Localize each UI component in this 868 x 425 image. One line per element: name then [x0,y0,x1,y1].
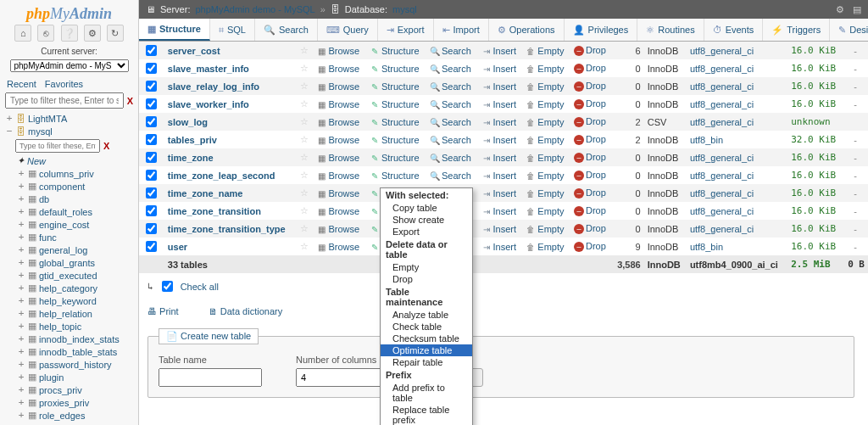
expand-icon[interactable]: + [17,206,25,217]
row-checkbox[interactable] [146,134,157,145]
menu-item[interactable]: Show create [381,214,472,226]
tab-sql[interactable]: ⌗SQL [210,19,255,41]
data-dictionary-link[interactable]: 🗎 Data dictionary [209,306,296,316]
search-action[interactable]: 🔍Search [430,64,471,74]
tab-events[interactable]: ⏱Events [704,19,764,41]
structure-action[interactable]: ✎Structure [370,64,420,74]
check-all-checkbox[interactable] [162,281,173,292]
empty-action[interactable]: 🗑Empty [526,81,564,92]
check-all-label[interactable]: Check all [181,282,219,292]
search-action[interactable]: 🔍Search [430,81,471,92]
drop-action[interactable]: –Drop [574,223,606,233]
structure-action[interactable]: ✎Structure [370,117,420,127]
browse-action[interactable]: ▦Browse [316,224,359,234]
with-selected-menu[interactable]: With selected:Copy tableShow createExpor… [380,187,473,425]
tab-operations[interactable]: ⚙Operations [489,19,565,41]
search-action[interactable]: 🔍Search [430,46,471,56]
menu-item[interactable]: Drop [381,273,472,285]
table-name-link[interactable]: slave_master_info [168,64,249,74]
insert-action[interactable]: ⇥Insert [481,171,517,181]
tab-query[interactable]: ⌨Query [318,19,378,41]
drop-action[interactable]: –Drop [574,170,606,180]
empty-action[interactable]: 🗑Empty [526,117,564,127]
new-table-node[interactable]: ✦ New [2,154,136,167]
favorite-icon[interactable]: ☆ [300,187,309,198]
docs-icon[interactable]: ❔ [61,25,78,42]
expand-icon[interactable]: + [17,295,25,306]
insert-action[interactable]: ⇥Insert [481,64,517,74]
table-name-link[interactable]: time_zone_transition [168,206,261,216]
table-name-link[interactable]: slave_worker_info [168,99,249,109]
drop-action[interactable]: –Drop [574,205,606,215]
search-action[interactable]: 🔍Search [430,153,471,163]
tab-privileges[interactable]: 👤Privileges [565,19,638,41]
tab-triggers[interactable]: ⚡Triggers [763,19,830,41]
table-node[interactable]: +▦ component [2,180,136,193]
table-name-link[interactable]: time_zone_leap_second [168,171,275,181]
row-checkbox[interactable] [146,98,157,109]
empty-action[interactable]: 🗑Empty [526,206,564,216]
empty-action[interactable]: 🗑Empty [526,153,564,163]
row-checkbox[interactable] [146,223,157,234]
page-nav-icon[interactable]: ▤ [853,4,861,15]
tab-structure[interactable]: ▦Structure [139,19,210,41]
table-name-link[interactable]: slow_log [168,117,208,127]
collapse-icon[interactable]: − [5,126,14,137]
table-node[interactable]: +▦ global_grants [2,256,136,269]
browse-action[interactable]: ▦Browse [316,117,359,127]
structure-action[interactable]: ✎Structure [370,171,420,181]
search-action[interactable]: 🔍Search [430,99,471,109]
expand-icon[interactable]: + [17,397,25,408]
settings-icon[interactable]: ⚙ [84,25,101,42]
expand-icon[interactable]: + [17,168,25,179]
favorite-icon[interactable]: ☆ [300,241,309,251]
browse-action[interactable]: ▦Browse [316,81,359,92]
search-action[interactable]: 🔍Search [430,117,471,127]
db-node-open[interactable]: −🗄 mysql [2,125,136,137]
expand-icon[interactable]: + [17,257,25,268]
structure-action[interactable]: ✎Structure [370,99,420,109]
row-checkbox[interactable] [146,187,157,199]
menu-item[interactable]: Analyze table [381,309,472,321]
table-node[interactable]: +▦ help_category [2,282,136,294]
menu-item[interactable]: Add prefix to table [381,382,472,404]
menu-item[interactable]: Replace table prefix [381,404,472,425]
expand-icon[interactable]: + [17,372,25,383]
row-checkbox[interactable] [146,116,157,127]
table-name-link[interactable]: time_zone_name [168,188,243,199]
table-node[interactable]: +▦ procs_priv [2,383,136,396]
drop-action[interactable]: –Drop [574,134,606,144]
drop-action[interactable]: –Drop [574,98,606,109]
structure-action[interactable]: ✎Structure [370,153,420,163]
nav-filter-input[interactable] [5,92,124,109]
drop-action[interactable]: –Drop [574,81,606,91]
crumb-server-link[interactable]: phpMyAdmin demo - MySQL [195,4,314,14]
nav-filter-clear-icon[interactable]: X [127,96,133,106]
structure-action[interactable]: ✎Structure [370,46,420,56]
menu-item[interactable]: Optimize table [381,344,472,356]
favorites-link[interactable]: Favorites [45,79,83,89]
empty-action[interactable]: 🗑Empty [526,135,564,145]
menu-item[interactable]: Empty [381,261,472,273]
row-checkbox[interactable] [146,152,157,163]
insert-action[interactable]: ⇥Insert [481,242,517,252]
favorite-icon[interactable]: ☆ [300,134,309,144]
favorite-icon[interactable]: ☆ [300,170,309,180]
crumb-db-link[interactable]: mysql [392,4,417,14]
favorite-icon[interactable]: ☆ [300,152,309,162]
table-name-link[interactable]: time_zone [168,153,214,163]
row-checkbox[interactable] [146,205,157,216]
page-settings-icon[interactable]: ⚙ [836,4,844,15]
empty-action[interactable]: 🗑Empty [526,99,564,109]
insert-action[interactable]: ⇥Insert [481,153,517,163]
drop-action[interactable]: –Drop [574,241,606,251]
insert-action[interactable]: ⇥Insert [481,99,517,109]
table-node[interactable]: +▦ innodb_table_stats [2,345,136,358]
table-node[interactable]: +▦ innodb_index_stats [2,333,136,345]
expand-icon[interactable]: + [17,410,25,421]
empty-action[interactable]: 🗑Empty [526,171,564,181]
menu-item[interactable]: Export [381,226,472,238]
browse-action[interactable]: ▦Browse [316,153,359,163]
row-checkbox[interactable] [146,81,157,92]
browse-action[interactable]: ▦Browse [316,171,359,181]
